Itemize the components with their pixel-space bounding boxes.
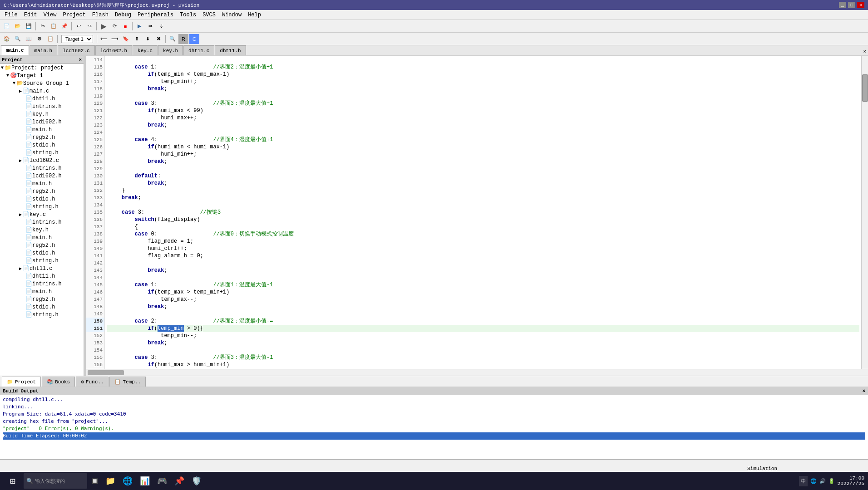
tree-main-h-2[interactable]: 📄 main.h <box>0 180 84 187</box>
tree-intrins-h-2[interactable]: 📄 intrins.h <box>0 164 84 172</box>
tree-reg52-h-2[interactable]: 📄 reg52.h <box>0 187 84 195</box>
menu-svcs[interactable]: SVCS <box>200 11 218 19</box>
minimize-button[interactable]: _ <box>839 2 846 8</box>
forward-button[interactable]: ⟶ <box>110 34 120 44</box>
maximize-button[interactable]: □ <box>848 2 855 8</box>
stop-button[interactable]: ■ <box>120 21 130 31</box>
tree-string-h-3[interactable]: 📄 string.h <box>0 257 84 265</box>
menu-window[interactable]: Window <box>219 11 244 19</box>
vertical-scrollbar[interactable] <box>861 56 868 369</box>
color-button[interactable]: C <box>189 34 199 44</box>
tree-string-h-4[interactable]: 📄 string.h <box>0 311 84 318</box>
replace-button[interactable]: R <box>178 34 188 44</box>
tree-source-group[interactable]: ▼ 📂 Source Group 1 <box>0 79 84 87</box>
func-button[interactable]: ⚙ <box>35 34 44 44</box>
menu-view[interactable]: View <box>41 11 59 19</box>
undo-button[interactable]: ↩ <box>74 21 84 31</box>
editor-content[interactable]: 114 115 116 117 118 119 120 121 122 123 … <box>86 56 868 369</box>
taskbar-search[interactable]: 🔍 输入你想搜的 <box>24 473 87 489</box>
tree-stdio-h-3[interactable]: 📄 stdio.h <box>0 249 84 257</box>
tree-key-h-1[interactable]: 📄 key.h <box>0 110 84 118</box>
tree-string-h-2[interactable]: 📄 string.h <box>0 203 84 211</box>
tree-dht11-h-1[interactable]: 📄 dht11.h <box>0 95 84 103</box>
build-output-content[interactable]: compiling dht11.c... linking... Program … <box>0 395 868 459</box>
build-button[interactable]: ▶ <box>99 21 108 31</box>
taskbar-task-view[interactable]: 🔲 <box>89 473 101 489</box>
tab-main-h[interactable]: main.h <box>30 45 58 55</box>
tree-stdio-h-1[interactable]: 📄 stdio.h <box>0 141 84 149</box>
rebuild-button[interactable]: ⟳ <box>109 21 119 31</box>
find-button[interactable]: 🔍 <box>168 34 178 44</box>
menu-tools[interactable]: Tools <box>177 11 199 19</box>
menu-file[interactable]: File <box>2 11 20 19</box>
tab-main-c[interactable]: main.c <box>1 45 29 55</box>
close-tabs-button[interactable]: × <box>861 48 868 55</box>
copy-button[interactable]: 📋 <box>49 21 59 31</box>
bookmark-clear-button[interactable]: ✖ <box>153 34 163 44</box>
tree-target1[interactable]: ▼ 🎯 Target 1 <box>0 72 84 79</box>
project-window-button[interactable]: 🏠 <box>2 34 12 44</box>
tree-main-h-4[interactable]: 📄 main.h <box>0 288 84 295</box>
tab-lcd1602-c[interactable]: lcd1602.c <box>58 45 94 55</box>
tree-intrins-h-4[interactable]: 📄 intrins.h <box>0 280 84 288</box>
tree-key-h-2[interactable]: 📄 key.h <box>0 226 84 234</box>
taskbar-browser[interactable]: 🌐 <box>120 473 135 489</box>
tree-lcd1602-c[interactable]: ▶ 📄 lcd1602.c <box>0 157 84 164</box>
template-button[interactable]: 📋 <box>45 34 55 44</box>
tree-main-c[interactable]: ▶ 📄 main.c <box>0 87 84 95</box>
tab-dht11-h[interactable]: dht11.h <box>215 45 246 55</box>
menu-debug[interactable]: Debug <box>112 11 134 19</box>
tree-intrins-h-1[interactable]: 📄 intrins.h <box>0 103 84 110</box>
tree-string-h-1[interactable]: 📄 string.h <box>0 149 84 157</box>
debug-step-button[interactable]: ⇓ <box>156 21 166 31</box>
open-button[interactable]: 📂 <box>13 21 23 31</box>
scroll-thumb[interactable] <box>862 74 868 102</box>
tree-main-h-1[interactable]: 📄 main.h <box>0 126 84 133</box>
tree-intrins-h-3[interactable]: 📄 intrins.h <box>0 218 84 226</box>
horizontal-scrollbar[interactable] <box>86 369 868 376</box>
taskbar-excel[interactable]: 📊 <box>137 473 153 489</box>
taskbar-file-explorer[interactable]: 📁 <box>103 473 118 489</box>
menu-project[interactable]: Project <box>60 11 88 19</box>
taskbar-shield[interactable]: 🛡️ <box>189 473 204 489</box>
target-select[interactable]: Target 1 <box>61 35 93 43</box>
bookmark-prev-button[interactable]: ⬆ <box>132 34 142 44</box>
tree-stdio-h-4[interactable]: 📄 stdio.h <box>0 303 84 311</box>
menu-peripherals[interactable]: Peripherals <box>135 11 176 19</box>
redo-button[interactable]: ↪ <box>84 21 94 31</box>
tree-key-c[interactable]: ▶ 📄 key.c <box>0 211 84 218</box>
tree-project-root[interactable]: ▼ 📁 Project: project <box>0 64 84 72</box>
bottom-tab-temp[interactable]: 📋 Temp.. <box>109 377 146 387</box>
taskbar-app2[interactable]: 📌 <box>172 473 187 489</box>
translate-button[interactable]: ⟵ <box>99 34 109 44</box>
tree-dht11-c[interactable]: ▶ 📄 dht11.c <box>0 265 84 272</box>
tree-main-h-3[interactable]: 📄 main.h <box>0 234 84 241</box>
paste-button[interactable]: 📌 <box>59 21 69 31</box>
code-area[interactable]: case 1: //界面2：温度最小值+1 if(temp_min < temp… <box>105 56 861 369</box>
bookmark-next-button[interactable]: ⬇ <box>143 34 153 44</box>
menu-help[interactable]: Help <box>245 11 264 19</box>
tree-reg52-h-1[interactable]: 📄 reg52.h <box>0 133 84 141</box>
tab-dht11-c[interactable]: dht11.c <box>183 45 214 55</box>
save-button[interactable]: 💾 <box>24 21 34 31</box>
taskbar-app1[interactable]: 🎮 <box>154 473 170 489</box>
inspect-button[interactable]: 🔍 <box>13 34 23 44</box>
build-output-close[interactable]: × <box>862 388 865 394</box>
debug-start-button[interactable]: ▶ <box>134 21 144 31</box>
bookmark-set-button[interactable]: 🔖 <box>121 34 131 44</box>
bottom-tab-books[interactable]: 📚 Books <box>42 377 75 387</box>
tree-stdio-h-2[interactable]: 📄 stdio.h <box>0 195 84 203</box>
sidebar-close-button[interactable]: × <box>79 57 82 63</box>
tree-reg52-h-3[interactable]: 📄 reg52.h <box>0 241 84 249</box>
tab-key-c[interactable]: key.c <box>133 45 158 55</box>
h-scroll-thumb[interactable] <box>88 370 124 375</box>
bottom-tab-func[interactable]: ⚙ Func.. <box>76 377 108 387</box>
cut-button[interactable]: ✂ <box>38 21 48 31</box>
book-button[interactable]: 📖 <box>24 34 34 44</box>
menu-flash[interactable]: Flash <box>89 11 111 19</box>
tree-reg52-h-4[interactable]: 📄 reg52.h <box>0 295 84 303</box>
menu-edit[interactable]: Edit <box>21 11 40 19</box>
tab-lcd1602-h[interactable]: lcd1602.h <box>95 45 132 55</box>
tab-key-h[interactable]: key.h <box>158 45 183 55</box>
title-bar-controls[interactable]: _ □ ✕ <box>839 2 864 8</box>
